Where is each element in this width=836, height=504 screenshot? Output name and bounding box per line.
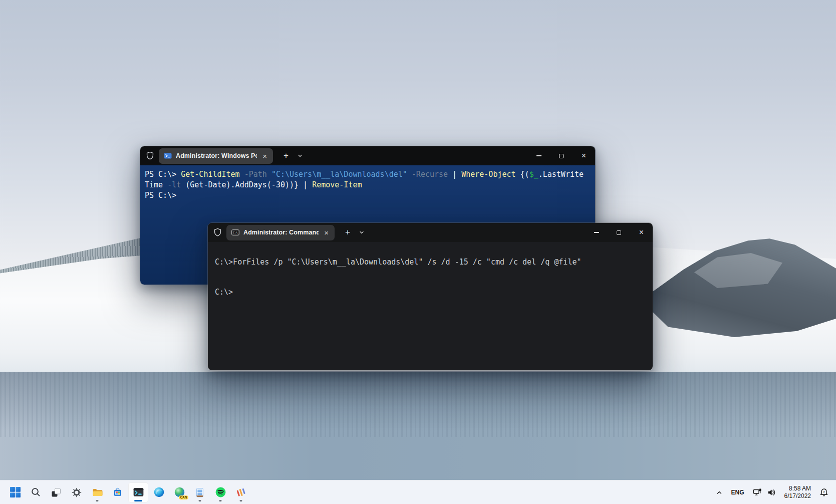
paint-button[interactable] bbox=[231, 482, 251, 502]
search-icon bbox=[31, 487, 41, 497]
taskbar: CAN ENG bbox=[0, 480, 836, 504]
microsoft-store-button[interactable] bbox=[108, 482, 128, 502]
maximize-button[interactable] bbox=[550, 146, 573, 165]
tab-close-icon[interactable]: × bbox=[323, 228, 330, 237]
system-tray: ENG 8:58 AM 6/17/2022 z bbox=[716, 480, 836, 504]
svg-text:z: z bbox=[823, 489, 824, 492]
store-icon bbox=[112, 487, 123, 498]
notepad-button[interactable] bbox=[190, 482, 210, 502]
minimize-button[interactable] bbox=[527, 146, 550, 165]
admin-shield-icon bbox=[213, 228, 222, 237]
terminal-line: Time -lt (Get-Date).AddDays(-30))} | Rem… bbox=[145, 180, 591, 190]
folder-icon bbox=[92, 486, 103, 498]
cmd-titlebar[interactable]: C:\ Administrator: Command Pro × + × bbox=[208, 223, 653, 242]
terminal-line: PS C:\> bbox=[145, 190, 591, 201]
tab-title-powershell: Administrator: Windows Powe bbox=[176, 152, 257, 159]
terminal-line: C:\>ForFiles /p "C:\Users\m__la\Download… bbox=[215, 257, 646, 267]
network-icon bbox=[753, 488, 762, 496]
running-indicator bbox=[199, 500, 201, 501]
notepad-icon bbox=[194, 487, 205, 498]
tray-date: 6/17/2022 bbox=[784, 492, 811, 500]
running-indicator bbox=[96, 500, 99, 501]
running-indicator bbox=[219, 500, 222, 501]
windows-start-icon bbox=[10, 486, 21, 498]
terminal-line: PS C:\> Get-ChildItem -Path "C:\Users\m_… bbox=[145, 169, 591, 180]
file-explorer-button[interactable] bbox=[87, 482, 107, 502]
edge-icon bbox=[153, 486, 165, 498]
spotify-icon bbox=[215, 486, 226, 498]
terminal-line: C:\> bbox=[215, 287, 646, 297]
terminal-icon bbox=[133, 486, 144, 498]
new-tab-button[interactable]: + bbox=[342, 227, 354, 237]
tray-time: 8:58 AM bbox=[784, 485, 811, 492]
cmd-icon: C:\ bbox=[231, 228, 239, 236]
microsoft-edge-button[interactable] bbox=[149, 482, 169, 502]
volume-icon bbox=[767, 488, 776, 496]
close-button[interactable]: × bbox=[630, 223, 653, 242]
minimize-button[interactable] bbox=[585, 223, 608, 242]
notification-bell-icon[interactable]: z bbox=[819, 488, 828, 497]
terminal-line bbox=[215, 267, 646, 277]
svg-text:C:\: C:\ bbox=[233, 231, 237, 234]
start-button[interactable] bbox=[5, 482, 25, 502]
settings-button[interactable] bbox=[67, 482, 87, 502]
tab-dropdown-icon[interactable] bbox=[297, 153, 303, 159]
language-indicator[interactable]: ENG bbox=[731, 489, 744, 496]
powershell-icon bbox=[164, 152, 172, 160]
hidden-icons-chevron[interactable] bbox=[716, 489, 723, 496]
terminal-line bbox=[215, 277, 646, 287]
canary-badge: CAN bbox=[179, 495, 188, 499]
gear-icon bbox=[71, 487, 82, 498]
maximize-button[interactable] bbox=[608, 223, 630, 242]
new-tab-button[interactable]: + bbox=[280, 151, 292, 161]
microsoft-edge-canary-button[interactable]: CAN bbox=[169, 482, 189, 502]
close-button[interactable]: × bbox=[573, 146, 595, 165]
taskbar-icons: CAN bbox=[0, 482, 251, 502]
search-button[interactable] bbox=[26, 482, 46, 502]
spotify-button[interactable] bbox=[210, 482, 230, 502]
admin-shield-icon bbox=[146, 151, 154, 160]
active-app-indicator bbox=[134, 500, 142, 501]
running-indicator bbox=[240, 500, 242, 501]
command-prompt-window: C:\ Administrator: Command Pro × + × C:\… bbox=[207, 222, 653, 371]
cmd-terminal-output[interactable]: C:\>ForFiles /p "C:\Users\m__la\Download… bbox=[208, 242, 653, 371]
tab-close-icon[interactable]: × bbox=[261, 152, 268, 160]
windows-terminal-button[interactable] bbox=[128, 482, 148, 502]
task-view-icon bbox=[51, 487, 62, 498]
paint-strokes-icon bbox=[235, 486, 247, 498]
task-view-button[interactable] bbox=[46, 482, 66, 502]
tab-command-prompt[interactable]: C:\ Administrator: Command Pro × bbox=[226, 225, 335, 240]
powershell-titlebar[interactable]: Administrator: Windows Powe × + × bbox=[140, 146, 595, 165]
tab-dropdown-icon[interactable] bbox=[359, 229, 365, 235]
network-volume-button[interactable] bbox=[753, 488, 776, 496]
clock[interactable]: 8:58 AM 6/17/2022 bbox=[784, 485, 811, 500]
tab-title-command-prompt: Administrator: Command Pro bbox=[243, 229, 319, 236]
tab-powershell[interactable]: Administrator: Windows Powe × bbox=[159, 148, 273, 164]
wallpaper-lake bbox=[0, 372, 836, 480]
